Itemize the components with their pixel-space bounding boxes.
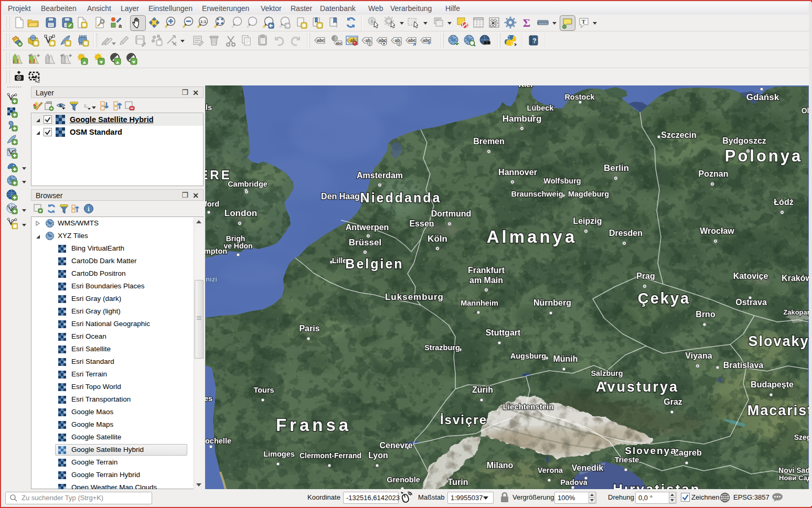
svg-text:Hırvatistan: Hırvatistan [613, 481, 700, 489]
svg-text:Dortmund: Dortmund [431, 209, 471, 218]
svg-text:Zakopan: Zakopan [783, 308, 809, 316]
svg-text:Limoges: Limoges [263, 450, 295, 458]
svg-text:Almanya: Almanya [487, 227, 578, 246]
svg-text:Ols: Ols [802, 106, 809, 115]
svg-text:ls: ls [206, 103, 212, 112]
svg-text:Dresden: Dresden [609, 229, 643, 237]
svg-text:Mannheim: Mannheim [461, 299, 498, 307]
svg-text:Liechtenstein: Liechtenstein [503, 402, 554, 411]
svg-text:Kraków: Kraków [782, 274, 809, 283]
svg-text:Köln: Köln [428, 234, 447, 244]
svg-text:Gdańsk: Gdańsk [746, 92, 779, 102]
svg-text:Clermont-Ferrand: Clermont-Ferrand [300, 451, 361, 460]
svg-text:Brüssel: Brüssel [349, 237, 381, 247]
svg-text:Luksemburg: Luksemburg [385, 292, 444, 302]
svg-text:Bremen: Bremen [473, 137, 505, 146]
svg-text:Berlin: Berlin [604, 163, 629, 173]
svg-text:Milano: Milano [487, 461, 514, 470]
svg-text:Essen: Essen [409, 219, 434, 228]
svg-text:Trieste: Trieste [615, 456, 639, 464]
svg-text:Viyana: Viyana [685, 351, 712, 360]
svg-text:Katoviçe: Katoviçe [733, 272, 768, 280]
svg-text:am Main: am Main [469, 276, 503, 285]
svg-text:i: i [371, 18, 372, 24]
svg-text:T: T [582, 18, 586, 25]
svg-text:Bydgoszcz: Bydgoszcz [722, 136, 766, 145]
svg-text:Macarista: Macarista [747, 403, 809, 418]
svg-text:ochelle: ochelle [205, 437, 231, 445]
svg-text:Slovenya: Slovenya [625, 445, 677, 456]
svg-text:Augsburg: Augsburg [510, 352, 546, 360]
svg-text:Paris: Paris [299, 324, 319, 333]
svg-text:Wrocław: Wrocław [700, 226, 734, 235]
svg-text:Hamburg: Hamburg [503, 114, 542, 124]
svg-text:Łódź: Łódź [774, 198, 793, 207]
svg-text:Lyon: Lyon [368, 451, 388, 460]
svg-text:es: es [205, 394, 212, 403]
svg-text:Rostock: Rostock [564, 93, 595, 101]
svg-text:Bratislava: Bratislava [723, 361, 764, 370]
svg-text:Poznan: Poznan [699, 169, 729, 178]
svg-text:Avusturya: Avusturya [596, 379, 679, 395]
svg-text:ε: ε [84, 101, 87, 109]
svg-text:Graz: Graz [664, 397, 682, 406]
svg-text:Salzburg: Salzburg [591, 369, 623, 377]
svg-text:Budapeşte: Budapeşte [751, 380, 794, 389]
svg-text:Strazburg: Strazburg [424, 343, 460, 352]
svg-text:ve Hdon: ve Hdon [223, 242, 252, 250]
svg-text:Lübeck: Lübeck [527, 104, 554, 112]
svg-text:Fransa: Fransa [276, 415, 351, 435]
svg-text:abc: abc [408, 38, 416, 43]
svg-text:Novi Sad: Novi Sad [778, 466, 809, 474]
svg-text:Szczecin: Szczecin [661, 131, 697, 139]
svg-text:ford: ford [205, 200, 219, 208]
svg-text:Verona: Verona [538, 466, 563, 474]
svg-text:Szeg: Szeg [794, 433, 809, 441]
svg-text:Çekya: Çekya [638, 290, 690, 307]
svg-text:Cenevre: Cenevre [379, 441, 412, 450]
svg-text:Venedik: Venedik [572, 463, 604, 472]
svg-text:Leipzig: Leipzig [573, 217, 602, 225]
svg-text:Antwerpen: Antwerpen [346, 223, 389, 232]
svg-text:Kiel: Kiel [519, 85, 533, 89]
svg-text:İsviçre: İsviçre [440, 413, 487, 427]
svg-text:Polonya: Polonya [725, 147, 803, 165]
svg-text:abc: abc [336, 41, 342, 45]
svg-text:Нови Сад: Нови Сад [779, 474, 809, 482]
svg-text:Nürnberg: Nürnberg [533, 298, 571, 307]
svg-text:Σ: Σ [523, 16, 530, 29]
svg-text:Turin: Turin [448, 478, 468, 487]
svg-text:Zürih: Zürih [472, 385, 493, 394]
svg-text:Hannover: Hannover [498, 168, 537, 177]
svg-text:?: ? [532, 37, 536, 45]
svg-text:Braunschweig: Braunschweig [511, 190, 563, 198]
svg-text:Belgien: Belgien [345, 256, 403, 271]
svg-text:Cambridge: Cambridge [228, 180, 268, 188]
svg-text:Padova: Padova [560, 478, 588, 487]
svg-text:Münih: Münih [553, 354, 578, 363]
svg-text:Slovakya: Slovakya [748, 333, 809, 349]
svg-text:1:1: 1:1 [200, 19, 207, 24]
svg-text:Brno: Brno [696, 310, 715, 319]
svg-text:a: a [119, 23, 122, 29]
svg-text:Lille: Lille [332, 256, 347, 265]
svg-text:Amsterdam: Amsterdam [357, 171, 403, 180]
svg-text:London: London [225, 208, 257, 218]
svg-text:Grenoble: Grenoble [387, 475, 420, 484]
svg-text:Prag: Prag [636, 272, 655, 280]
svg-text:Zagreb: Zagreb [674, 448, 702, 457]
svg-text:Nieddanda: Nieddanda [360, 190, 442, 205]
svg-text:Stuttgart: Stuttgart [486, 328, 521, 337]
svg-text:Wolfsburg: Wolfsburg [543, 177, 581, 185]
svg-text:Ostrava: Ostrava [735, 298, 767, 307]
svg-text:abc: abc [317, 38, 325, 43]
svg-text:abc: abc [423, 38, 431, 43]
svg-text:Frankfurt: Frankfurt [468, 266, 505, 275]
svg-text:ERE: ERE [205, 168, 232, 182]
svg-text:Den Haag: Den Haag [321, 192, 360, 201]
svg-text:nizi: nizi [206, 275, 217, 283]
svg-text:Magdeburg: Magdeburg [568, 190, 609, 198]
svg-text:mpton: mpton [205, 247, 227, 255]
svg-text:Tours: Tours [253, 386, 274, 394]
